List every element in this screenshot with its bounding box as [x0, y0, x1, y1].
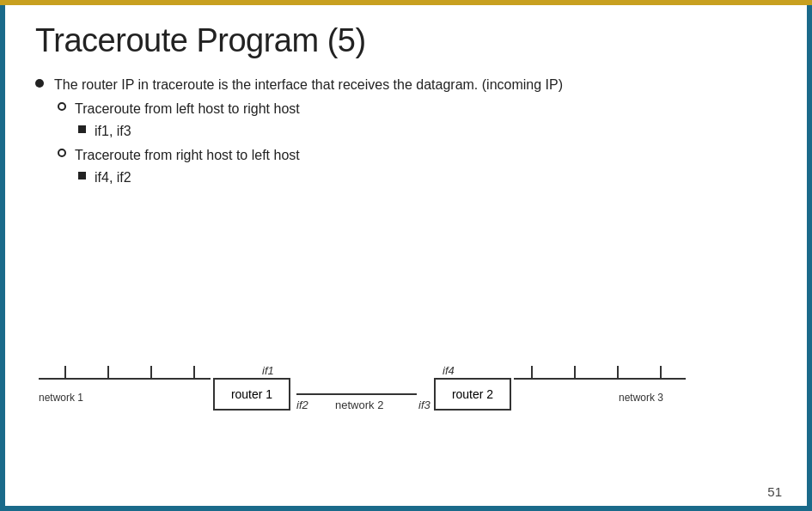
- sub-item-1-content: Traceroute from left host to right host …: [75, 99, 300, 143]
- network3-label: network 3: [619, 392, 663, 404]
- sub2-label: Traceroute from right host to left host: [75, 148, 300, 162]
- network2-label: network 2: [335, 398, 383, 411]
- sub-list-1: Traceroute from left host to right host …: [58, 99, 777, 190]
- bullet-dot-icon: [35, 79, 44, 88]
- bullet-text-1: The router IP in traceroute is the inter…: [54, 75, 777, 192]
- bottom-border: [0, 506, 812, 511]
- tick-1: [64, 366, 66, 378]
- tick-4: [193, 366, 195, 378]
- router2-box: router 2: [434, 378, 511, 411]
- tick-5: [531, 366, 533, 378]
- page-number: 51: [767, 484, 782, 499]
- router1-box: router 1: [213, 378, 290, 411]
- network3-line: [514, 378, 686, 380]
- network1-label: network 1: [39, 392, 83, 404]
- network1-line: [39, 378, 211, 380]
- tick-8: [660, 366, 662, 378]
- sub-sub-item-1: if1, if3: [78, 121, 300, 142]
- tick-2: [107, 366, 109, 378]
- sub-sub-item-2: if4, if2: [78, 167, 300, 188]
- right-border: [807, 5, 812, 506]
- sub-sub-1-text: if1, if3: [95, 121, 131, 142]
- network-diagram: network 1 if1 router 1 if2 network 2 if3…: [30, 361, 782, 472]
- bullet-item-1: The router IP in traceroute is the inter…: [35, 75, 777, 192]
- sub-sub-2-text: if4, if2: [95, 167, 131, 188]
- router1-label: router 1: [231, 387, 272, 401]
- square-dot-icon-2: [78, 172, 86, 179]
- sub-sub-list-1: if1, if3: [78, 121, 300, 142]
- sub-item-1: Traceroute from left host to right host …: [58, 99, 777, 143]
- sub-item-2-content: Traceroute from right host to left host …: [75, 145, 300, 190]
- if1-label: if1: [262, 364, 274, 377]
- tick-7: [617, 366, 619, 378]
- if4-label: if4: [443, 364, 455, 377]
- network2-line: [296, 393, 417, 395]
- square-dot-icon-1: [78, 125, 86, 133]
- if2-label: if2: [296, 398, 308, 411]
- diagram-inner: network 1 if1 router 1 if2 network 2 if3…: [30, 361, 782, 472]
- circle-dot-icon-2: [58, 149, 66, 157]
- bullet-1-text: The router IP in traceroute is the inter…: [54, 77, 563, 92]
- router2-label: router 2: [452, 387, 493, 401]
- sub-item-2: Traceroute from right host to left host …: [58, 145, 777, 190]
- tick-6: [574, 366, 576, 378]
- main-bullet-list: The router IP in traceroute is the inter…: [35, 75, 777, 192]
- circle-dot-icon-1: [58, 102, 66, 111]
- if3-label: if3: [418, 398, 430, 411]
- sub-sub-list-2: if4, if2: [78, 167, 300, 188]
- sub1-label: Traceroute from left host to right host: [75, 101, 300, 116]
- slide-title: Traceroute Program (5): [35, 22, 777, 59]
- tick-3: [150, 366, 152, 378]
